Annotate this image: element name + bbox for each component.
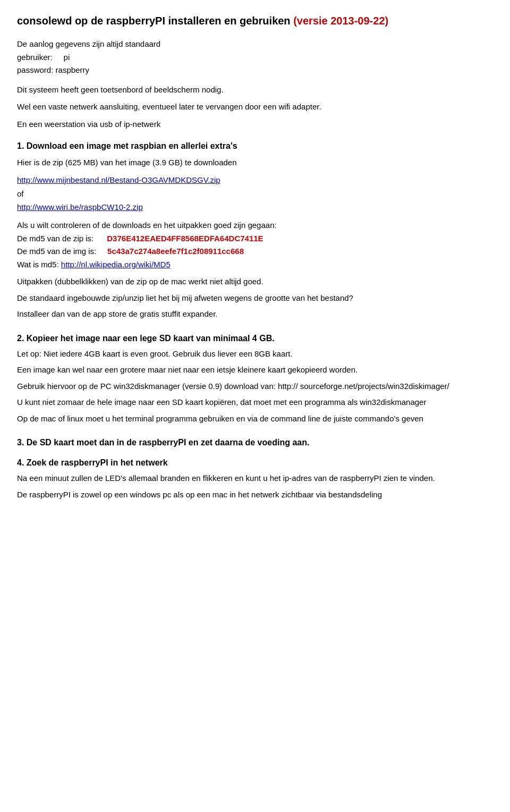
login-pass-value: raspberry <box>56 65 89 74</box>
section4-note1: Na een minuut zullen de LED's allemaal b… <box>17 472 493 485</box>
page-title: consolewd op de raspberryPI installeren … <box>17 13 493 29</box>
unzip-note3: Installeer dan van de app store de grati… <box>17 308 493 320</box>
login-intro: De aanlog gegevens zijn altijd standaard <box>17 38 493 50</box>
md5-what-label: Wat is md5: <box>17 260 59 269</box>
md5-zip-line: De md5 van de zip is: D376E412EAED4FF856… <box>17 233 493 245</box>
md5-img-line: De md5 van de img is: 5c43a7c274a8eefe7f… <box>17 246 493 258</box>
of-separator: of <box>17 188 493 200</box>
md5-what-line: Wat is md5: http://nl.wikipedia.org/wiki… <box>17 259 493 271</box>
page-content: consolewd op de raspberryPI installeren … <box>17 13 493 501</box>
section2-para3: Op de mac of linux moet u het terminal p… <box>17 413 493 425</box>
section3-heading-text: 3. De SD kaart moet dan in de raspberryP… <box>17 438 309 447</box>
md5-zip-label: De md5 van de zip is: <box>17 234 94 243</box>
md5-zip-value: D376E412EAED4FF8568EDFA64DC7411E <box>107 234 263 243</box>
download-link1[interactable]: http://www.mijnbestand.nl/Bestand-O3GAVM… <box>17 175 220 184</box>
unzip-note2: De standaard ingebouwde zip/unzip liet h… <box>17 292 493 304</box>
section1-intro: Hier is de zip (625 MB) van het image (3… <box>17 157 493 169</box>
section2-heading-text: 2. Kopieer het image naar een lege SD ka… <box>17 334 275 343</box>
section2-para1: Gebruik hiervoor op de PC win32diskmanag… <box>17 380 493 393</box>
login-user-value: pi <box>64 53 70 62</box>
weather-note: En een weerstation via usb of ip-netwerk <box>17 119 493 131</box>
md5-what-link[interactable]: http://nl.wikipedia.org/wiki/MD5 <box>61 260 171 269</box>
md5-intro: Als u wilt controleren of de downloads e… <box>17 219 493 232</box>
login-user-line: gebruiker: pi <box>17 52 493 64</box>
network-note: Wel een vaste netwerk aansluiting, event… <box>17 101 493 113</box>
section2-para2: U kunt niet zomaar de hele image naar ee… <box>17 396 493 409</box>
unzip-note1: Uitpakken (dubbelklikken) van de zip op … <box>17 276 493 288</box>
system-note: Dit systeem heeft geen toetsenbord of be… <box>17 84 493 96</box>
md5-block: Als u wilt controleren of de downloads e… <box>17 219 493 270</box>
md5-img-value: 5c43a7c274a8eefe7f1c2f08911cc668 <box>107 247 244 256</box>
section2-note2: Een image kan wel naar een grotere maar … <box>17 364 493 376</box>
download-link2[interactable]: http://www.wiri.be/raspbCW10-2.zip <box>17 202 143 212</box>
section3-heading: 3. De SD kaart moet dan in de raspberryP… <box>17 436 493 449</box>
section4-note2: De raspberryPI is zowel op een windows p… <box>17 489 493 501</box>
section2-heading: 2. Kopieer het image naar een lege SD ka… <box>17 332 493 345</box>
section2-note1: Let op: Niet iedere 4GB kaart is even gr… <box>17 348 493 360</box>
title-text: consolewd op de raspberryPI installeren … <box>17 15 293 27</box>
section1-heading: 1. Download een image met raspbian en al… <box>17 140 493 153</box>
login-user-label: gebruiker: <box>17 53 53 62</box>
login-block: De aanlog gegevens zijn altijd standaard… <box>17 38 493 77</box>
login-pass-label: password: <box>17 65 53 74</box>
section4-heading-text: 4. Zoek de raspberryPI in het netwerk <box>17 458 168 467</box>
download-link2-block: http://www.wiri.be/raspbCW10-2.zip <box>17 201 493 214</box>
login-pass-line: password: raspberry <box>17 64 493 77</box>
section4-heading: 4. Zoek de raspberryPI in het netwerk <box>17 456 493 469</box>
md5-img-label: De md5 van de img is: <box>17 247 96 256</box>
title-version: (versie 2013-09-22) <box>293 15 388 27</box>
download-links: http://www.mijnbestand.nl/Bestand-O3GAVM… <box>17 174 493 187</box>
